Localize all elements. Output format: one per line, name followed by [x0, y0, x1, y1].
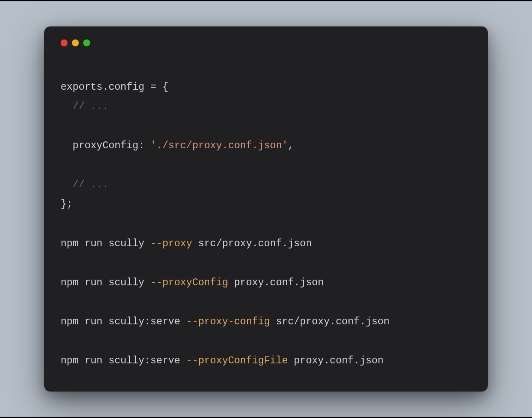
code-line-13: npm run scully:serve --proxy-config src/…	[61, 316, 389, 327]
command-arg: src/proxy.conf.json	[270, 316, 389, 327]
code-line-4: proxyConfig: './src/proxy.conf.json',	[61, 140, 294, 151]
code-line-7: };	[61, 199, 73, 210]
cli-flag: --proxy-config	[186, 316, 270, 327]
string-literal: './src/proxy.conf.json'	[150, 140, 288, 151]
command: npm run scully:serve	[61, 316, 186, 327]
code-line-11: npm run scully --proxyConfig proxy.conf.…	[61, 277, 324, 288]
punctuation: ,	[288, 140, 294, 151]
cli-flag: --proxy	[150, 238, 192, 249]
comment: // ...	[73, 179, 109, 190]
command-arg: src/proxy.conf.json	[192, 238, 312, 249]
code-line-9: npm run scully --proxy src/proxy.conf.js…	[61, 238, 312, 249]
command: npm run scully	[61, 277, 150, 288]
indent	[61, 179, 73, 190]
close-icon[interactable]	[61, 39, 68, 46]
terminal-window: exports.config = { // ... proxyConfig: '…	[44, 26, 488, 392]
maximize-icon[interactable]	[83, 39, 90, 46]
cli-flag: --proxyConfig	[150, 277, 228, 288]
minimize-icon[interactable]	[72, 39, 79, 46]
window-controls	[61, 39, 471, 46]
code-line-15: npm run scully:serve --proxyConfigFile p…	[61, 355, 383, 366]
indent	[61, 140, 73, 151]
command-arg: proxy.conf.json	[288, 355, 384, 366]
code-line-6: // ...	[61, 179, 108, 190]
comment: // ...	[73, 101, 109, 112]
command: npm run scully	[61, 238, 150, 249]
cli-flag: --proxyConfigFile	[186, 355, 288, 366]
property: proxyConfig:	[73, 140, 150, 151]
code-line-1: exports.config = {	[61, 82, 168, 93]
command-arg: proxy.conf.json	[228, 277, 324, 288]
code-block: exports.config = { // ... proxyConfig: '…	[61, 78, 471, 371]
command: npm run scully:serve	[61, 355, 186, 366]
indent	[61, 101, 73, 112]
code-line-2: // ...	[61, 101, 108, 112]
